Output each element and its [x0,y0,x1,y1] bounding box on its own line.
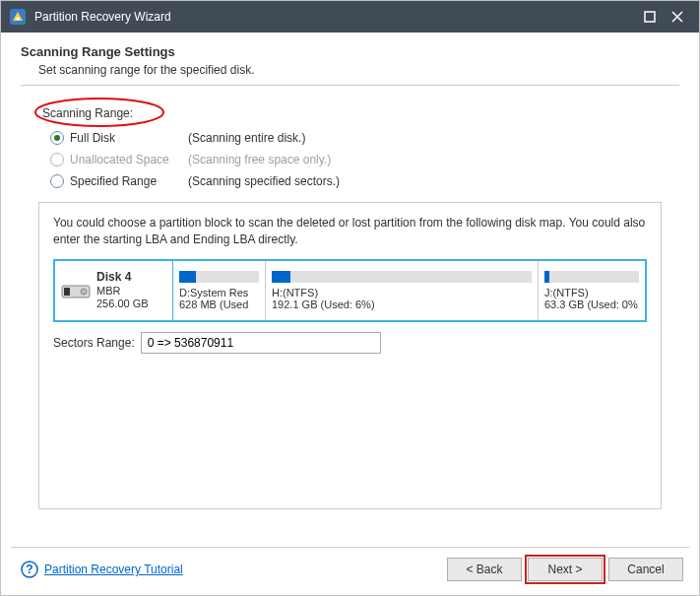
sectors-label: Sectors Range: [53,336,135,350]
partition-name: J:(NTFS) [544,287,639,298]
cancel-button[interactable]: Cancel [608,558,683,581]
partition-block[interactable]: D:System Res 628 MB (Used [173,261,266,320]
partition-detail: 628 MB (Used [179,298,259,310]
next-button[interactable]: Next > [528,558,603,581]
footer-divider [11,547,689,548]
app-icon [9,8,27,26]
svg-text:?: ? [26,563,32,576]
sectors-input[interactable] [141,332,381,354]
radio-label: Unallocated Space [70,153,188,166]
scanning-range-label: Scanning Range: [42,106,133,120]
svg-rect-6 [64,288,70,296]
radio-desc: (Scanning free space only.) [188,153,331,166]
radio-label: Full Disk [70,131,188,145]
radio-icon [50,153,64,166]
radio-full-disk[interactable]: Full Disk (Scanning entire disk.) [50,127,679,149]
page-subheading: Set scanning range for the specified dis… [38,63,679,77]
divider [21,85,679,86]
back-button[interactable]: < Back [447,558,522,581]
radio-group: Full Disk (Scanning entire disk.) Unallo… [50,127,679,192]
disk-type: MBR [96,285,149,298]
radio-icon [50,131,64,145]
footer: ? Partition Recovery Tutorial < Back Nex… [1,550,699,595]
maximize-button[interactable] [636,5,664,29]
radio-desc: (Scanning specified sectors.) [188,174,340,188]
panel-instructions: You could choose a partition block to sc… [53,215,647,249]
partition-block[interactable]: J:(NTFS) 63.3 GB (Used: 0% [539,261,645,320]
titlebar: Partition Recovery Wizard [1,1,699,33]
disk-icon [61,280,91,301]
partition-name: H:(NTFS) [272,287,532,298]
partition-block[interactable]: H:(NTFS) 192.1 GB (Used: 6%) [266,261,539,320]
radio-unallocated: Unallocated Space (Scanning free space o… [50,149,679,170]
disk-size: 256.00 GB [96,298,149,311]
radio-desc: (Scanning entire disk.) [188,131,305,145]
svg-rect-2 [645,12,655,22]
radio-specified[interactable]: Specified Range (Scanning specified sect… [50,170,679,192]
disk-panel: You could choose a partition block to sc… [38,202,662,509]
radio-icon [50,174,64,188]
svg-point-1 [16,17,19,20]
partition-detail: 192.1 GB (Used: 6%) [272,298,532,310]
partition-detail: 63.3 GB (Used: 0% [544,298,639,310]
disk-info[interactable]: Disk 4 MBR 256.00 GB [55,261,173,320]
radio-label: Specified Range [70,174,188,188]
help-icon: ? [21,561,38,578]
disk-name: Disk 4 [96,270,149,285]
disk-map: Disk 4 MBR 256.00 GB D:System Res 628 MB… [53,259,647,322]
window-title: Partition Recovery Wizard [34,10,636,24]
svg-point-5 [81,289,87,295]
tutorial-link[interactable]: Partition Recovery Tutorial [44,563,183,576]
partition-name: D:System Res [179,287,259,298]
close-button[interactable] [664,5,691,29]
page-heading: Scanning Range Settings [21,44,679,59]
